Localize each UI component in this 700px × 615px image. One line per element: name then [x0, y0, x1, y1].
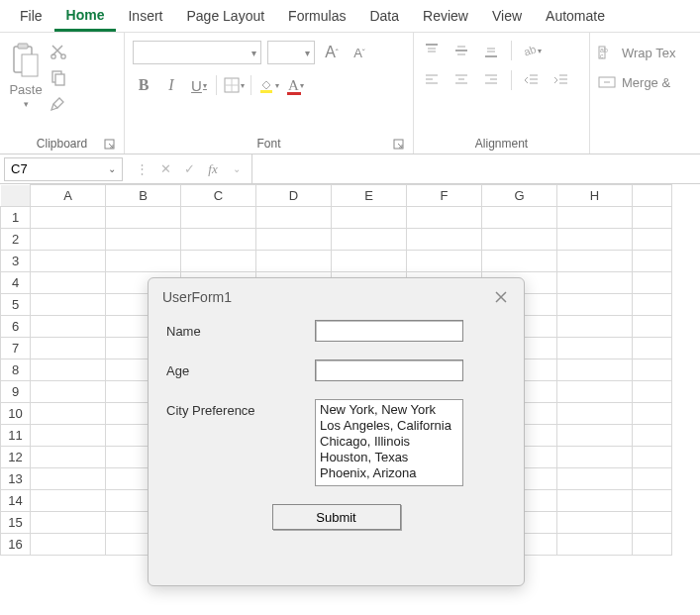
cell[interactable] [557, 490, 633, 512]
wrap-text-button[interactable]: abc Wrap Tex [598, 45, 675, 60]
cell[interactable] [482, 207, 557, 229]
italic-button[interactable]: I [160, 74, 182, 96]
cell[interactable] [31, 490, 106, 512]
cell[interactable] [482, 251, 557, 272]
col-header-G[interactable]: G [482, 185, 557, 207]
format-painter-icon[interactable] [50, 94, 67, 112]
align-right-icon[interactable] [481, 70, 501, 90]
cell[interactable] [31, 316, 106, 338]
cell[interactable] [557, 447, 633, 468]
row-header-3[interactable]: 3 [1, 251, 31, 272]
cell[interactable] [407, 229, 482, 251]
cell[interactable] [633, 359, 672, 381]
cell[interactable] [633, 229, 672, 251]
tab-data[interactable]: Data [357, 2, 411, 30]
cell[interactable] [256, 229, 332, 251]
formula-input[interactable] [252, 157, 700, 181]
align-bottom-icon[interactable] [481, 41, 501, 60]
age-input[interactable] [315, 359, 463, 381]
cell[interactable] [633, 272, 672, 294]
tab-automate[interactable]: Automate [534, 2, 617, 30]
cell[interactable] [31, 534, 106, 556]
cell[interactable] [633, 294, 672, 316]
cell[interactable] [557, 403, 633, 425]
select-all-corner[interactable] [1, 185, 31, 207]
cell[interactable] [557, 294, 633, 316]
cell[interactable] [332, 251, 407, 272]
cell[interactable] [31, 512, 106, 534]
submit-button[interactable]: Submit [272, 504, 401, 530]
row-header-6[interactable]: 6 [1, 316, 31, 338]
cell[interactable] [557, 534, 633, 556]
row-header-8[interactable]: 8 [1, 359, 31, 381]
close-icon[interactable] [492, 288, 510, 306]
cell[interactable] [31, 381, 106, 403]
cell[interactable] [31, 359, 106, 381]
cell[interactable] [31, 272, 106, 294]
decrease-font-icon[interactable]: Aˇ [349, 42, 370, 63]
font-name-combo[interactable]: ▾ [133, 41, 261, 64]
cell[interactable] [31, 207, 106, 229]
underline-button[interactable]: U▾ [188, 74, 210, 96]
increase-indent-icon[interactable] [551, 70, 571, 90]
cell[interactable] [31, 468, 106, 490]
cut-icon[interactable] [50, 43, 67, 60]
align-top-icon[interactable] [422, 41, 442, 60]
cell[interactable] [482, 229, 557, 251]
cell[interactable] [633, 403, 672, 425]
row-header-1[interactable]: 1 [1, 207, 31, 229]
tab-home[interactable]: Home [54, 1, 117, 32]
col-header-F[interactable]: F [407, 185, 482, 207]
col-header-A[interactable]: A [31, 185, 106, 207]
cell[interactable] [557, 425, 633, 447]
col-header-partial[interactable] [633, 185, 672, 207]
tab-formulas[interactable]: Formulas [276, 2, 357, 30]
copy-icon[interactable] [50, 68, 67, 86]
row-header-16[interactable]: 16 [1, 534, 31, 556]
cell[interactable] [106, 229, 181, 251]
row-header-11[interactable]: 11 [1, 425, 31, 447]
col-header-E[interactable]: E [332, 185, 407, 207]
cell[interactable] [407, 251, 482, 272]
cell[interactable] [31, 251, 106, 272]
list-item[interactable]: Phoenix, Arizona [320, 465, 458, 481]
cell[interactable] [557, 229, 633, 251]
cell[interactable] [31, 447, 106, 468]
city-listbox[interactable]: New York, New YorkLos Angeles, Californi… [315, 399, 463, 486]
list-item[interactable]: Chicago, Illinois [320, 434, 458, 450]
cell[interactable] [181, 229, 256, 251]
font-color-icon[interactable]: A▾ [285, 74, 307, 96]
row-header-10[interactable]: 10 [1, 403, 31, 425]
col-header-C[interactable]: C [181, 185, 256, 207]
list-item[interactable]: Houston, Texas [320, 450, 458, 465]
cell[interactable] [31, 294, 106, 316]
row-header-7[interactable]: 7 [1, 338, 31, 359]
list-item[interactable]: New York, New York [320, 402, 458, 418]
cell[interactable] [256, 207, 332, 229]
fill-color-icon[interactable]: ▾ [257, 74, 279, 96]
list-item[interactable]: Los Angeles, California [320, 418, 458, 434]
fx-caret-icon[interactable]: ⌄ [228, 160, 246, 178]
cell[interactable] [557, 338, 633, 359]
name-input[interactable] [315, 320, 463, 342]
tab-page-layout[interactable]: Page Layout [174, 2, 276, 30]
col-header-D[interactable]: D [256, 185, 332, 207]
chevron-down-icon[interactable]: ⌄ [108, 163, 116, 174]
cell[interactable] [633, 534, 672, 556]
col-header-B[interactable]: B [106, 185, 181, 207]
cell[interactable] [106, 251, 181, 272]
paste-label[interactable]: Paste [9, 82, 42, 97]
cell[interactable] [633, 251, 672, 272]
cell[interactable] [407, 207, 482, 229]
cell[interactable] [557, 359, 633, 381]
cell[interactable] [181, 251, 256, 272]
font-launcher-icon[interactable] [393, 139, 405, 151]
row-header-2[interactable]: 2 [1, 229, 31, 251]
cell[interactable] [633, 425, 672, 447]
cell[interactable] [557, 381, 633, 403]
tab-insert[interactable]: Insert [116, 2, 174, 30]
cell[interactable] [557, 207, 633, 229]
cell[interactable] [31, 403, 106, 425]
cell[interactable] [332, 229, 407, 251]
orientation-icon[interactable]: ab▾ [522, 41, 542, 60]
